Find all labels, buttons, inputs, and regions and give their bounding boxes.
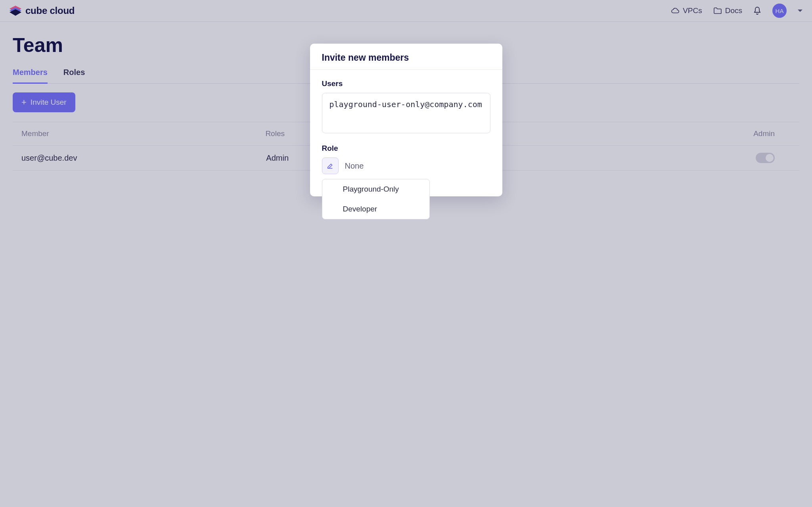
invite-modal: Invite new members Users Role None Playg…: [310, 44, 502, 196]
pencil-icon: [327, 162, 334, 169]
users-input[interactable]: [322, 93, 490, 133]
role-option-developer[interactable]: Developer: [322, 199, 429, 219]
role-label: Role: [322, 144, 490, 153]
role-value: None: [345, 161, 364, 171]
modal-overlay[interactable]: Invite new members Users Role None Playg…: [0, 0, 812, 507]
modal-title: Invite new members: [322, 52, 490, 63]
role-selector: None Playground-Only Developer: [322, 157, 490, 174]
modal-header: Invite new members: [310, 44, 502, 70]
modal-body: Users Role None Playground-Only Develope…: [310, 70, 502, 174]
role-option-playground-only[interactable]: Playground-Only: [322, 179, 429, 199]
users-label: Users: [322, 79, 490, 88]
role-dropdown: Playground-Only Developer: [322, 179, 430, 219]
edit-role-button[interactable]: [322, 157, 339, 174]
